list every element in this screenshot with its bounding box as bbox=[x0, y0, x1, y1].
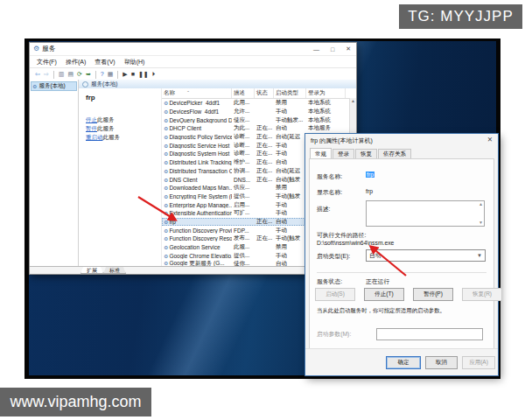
dialog-titlebar[interactable]: frp 的属性(本地计算机) ✕ bbox=[305, 134, 498, 147]
menu-item[interactable]: 帮助(H) bbox=[120, 58, 150, 66]
startup-params-input[interactable] bbox=[376, 328, 483, 340]
dialog-tab[interactable]: 恢复 bbox=[355, 149, 377, 158]
startup-type-cell: 手动(触发 bbox=[274, 234, 306, 242]
description-cell: 此服... bbox=[232, 243, 255, 251]
logon-cell: 本地服务 bbox=[306, 124, 346, 132]
pause-button[interactable]: 暂停(P) bbox=[413, 288, 453, 301]
pane-header-icon bbox=[82, 81, 88, 88]
forward-icon[interactable]: ⇨ bbox=[44, 70, 49, 79]
service-gear-icon: ⚙ bbox=[164, 135, 168, 140]
status-cell: 正在... bbox=[255, 234, 274, 242]
startup-type-cell: 自动(延迟 bbox=[274, 167, 306, 175]
startup-type-select[interactable]: 自动 ▼ bbox=[366, 249, 486, 262]
description-cell: 为此... bbox=[232, 124, 255, 132]
services-titlebar[interactable]: ⚙ 服务 — □ ✕ bbox=[30, 43, 356, 55]
column-header[interactable]: 启动类型 bbox=[274, 88, 306, 98]
service-name-value: frp bbox=[366, 172, 374, 178]
link-hot-text[interactable]: 暂停 bbox=[86, 125, 97, 131]
startup-type-cell: 手动 bbox=[274, 108, 306, 116]
startup-params-label: 启动参数(M): bbox=[317, 330, 351, 339]
service-gear-icon: ⚙ bbox=[164, 254, 168, 259]
tab-extended[interactable]: 扩展 bbox=[80, 267, 103, 274]
scroll-up-icon[interactable]: ▲ bbox=[479, 202, 483, 206]
dialog-tab[interactable]: 常规 bbox=[310, 148, 332, 158]
dialog-tab[interactable]: 登录 bbox=[332, 149, 354, 158]
chevron-down-icon: ▼ bbox=[477, 253, 482, 258]
stop-service-icon[interactable]: ■ bbox=[131, 70, 135, 79]
start-button: 启动(S) bbox=[315, 288, 355, 301]
service-name-cell: ⚙Geolocation Service bbox=[162, 244, 232, 250]
screenshot-frame: ⚙ 服务 — □ ✕ 文件(F)操作(A)查看(V)帮助(H) ⇦⇨▥▤⟳➥?▦… bbox=[24, 38, 500, 379]
description-cell: 诊断... bbox=[232, 142, 255, 150]
scroll-up-icon[interactable]: ▲ bbox=[350, 98, 356, 103]
startup-type-cell: 自动 bbox=[274, 218, 306, 226]
service-gear-icon: ⚙ bbox=[164, 186, 168, 191]
table-row[interactable]: ⚙DevicePicker_4ddf1此用...禁用本地系统 bbox=[162, 99, 356, 108]
dialog-close-icon[interactable]: ✕ bbox=[487, 136, 493, 144]
stop-button[interactable]: 停止(T) bbox=[364, 288, 404, 301]
service-gear-icon: ⚙ bbox=[164, 178, 168, 183]
service-name-cell: ⚙Downloaded Maps Man... bbox=[162, 185, 232, 191]
restart-service-icon[interactable]: ⏵ bbox=[152, 70, 156, 79]
startup-type-cell: 手动(触发 bbox=[274, 192, 306, 200]
column-header[interactable]: 描述 bbox=[232, 88, 255, 98]
service-gear-icon: ⚙ bbox=[164, 160, 168, 165]
minimize-icon[interactable]: — bbox=[313, 46, 319, 52]
maximize-icon[interactable]: □ bbox=[331, 46, 334, 52]
ok-button[interactable]: 确定 bbox=[386, 356, 421, 369]
service-name-cell: ⚙Diagnostic Policy Service bbox=[162, 134, 232, 140]
service-gear-icon: ⚙ bbox=[164, 144, 168, 149]
cancel-button[interactable]: 取消 bbox=[425, 356, 458, 369]
service-name-cell: ⚙DevQuery Background D... bbox=[162, 117, 232, 123]
startup-type-cell: 手动 bbox=[274, 252, 306, 260]
status-cell: 正在... bbox=[255, 150, 274, 158]
description-cell: 提供... bbox=[232, 252, 255, 260]
help-icon[interactable]: ? bbox=[101, 70, 104, 79]
service-gear-icon: ⚙ bbox=[164, 151, 168, 157]
pane-header-label: 服务(本地) bbox=[91, 80, 117, 88]
service-name-cell: ⚙Encrypting File System (E... bbox=[162, 193, 232, 200]
sort-indicator-icon: ˆ bbox=[187, 90, 189, 96]
scroll-down-icon[interactable]: ▼ bbox=[479, 220, 483, 225]
display-name-value: frp bbox=[366, 188, 373, 194]
service-action-link[interactable]: 重启动此服务 bbox=[86, 133, 161, 142]
link-rest-text: 此服务 bbox=[103, 134, 121, 140]
menu-item[interactable]: 操作(A) bbox=[61, 58, 90, 66]
table-row[interactable]: ⚙DevQuery Background D...使应...手动触发...本地系… bbox=[162, 116, 356, 124]
start-service-icon[interactable]: ▶ bbox=[122, 70, 127, 79]
dialog-button-row: 确定取消应用(A) bbox=[305, 348, 498, 375]
properties-icon[interactable]: ▤ bbox=[67, 70, 74, 79]
startup-type-cell: 手动 bbox=[274, 209, 306, 217]
link-hot-text[interactable]: 重启动 bbox=[86, 134, 103, 140]
menu-item[interactable]: 文件(F) bbox=[32, 58, 61, 66]
table-row[interactable]: ⚙DevicesFlow_4ddf1允许...手动本地系统 bbox=[162, 108, 356, 116]
service-name-cell: ⚙DHCP Client bbox=[162, 125, 232, 131]
service-name-cell: ⚙Distributed Link Tracking... bbox=[162, 159, 232, 165]
service-status-value: 正在运行 bbox=[366, 277, 389, 286]
description-cell: 供应... bbox=[232, 184, 255, 192]
pause-service-icon[interactable]: ❚❚ bbox=[138, 70, 149, 79]
console-tree-icon[interactable]: ▥ bbox=[59, 70, 65, 79]
extended-view-icon[interactable]: ▦ bbox=[108, 70, 114, 79]
description-cell: 可扩... bbox=[232, 209, 255, 217]
dialog-tab[interactable]: 依存关系 bbox=[378, 149, 411, 158]
column-header[interactable]: 名称ˆ bbox=[162, 88, 232, 98]
description-cell: 诊断... bbox=[232, 150, 255, 158]
description-input[interactable]: ▲ ▼ bbox=[366, 200, 485, 227]
export-list-icon[interactable]: ➥ bbox=[86, 70, 91, 79]
service-action-link[interactable]: 暂停此服务 bbox=[86, 124, 161, 133]
table-row[interactable]: ⚙DHCP Client为此...正在...自动本地服务 bbox=[162, 124, 356, 133]
link-hot-text[interactable]: 停止 bbox=[86, 116, 97, 122]
service-name-cell: ⚙Distributed Transaction C... bbox=[162, 168, 232, 174]
menu-item[interactable]: 查看(V) bbox=[90, 58, 119, 66]
tab-standard[interactable]: 标准 bbox=[103, 267, 126, 274]
close-icon[interactable]: ✕ bbox=[346, 46, 351, 52]
column-header[interactable]: 状态 bbox=[255, 88, 274, 98]
back-icon[interactable]: ⇦ bbox=[35, 70, 40, 79]
tree-item-services-local[interactable]: ⚙ 服务(本地) bbox=[31, 81, 77, 91]
column-header[interactable]: 登录为 bbox=[306, 88, 346, 98]
startup-type-cell: 自动(触发 bbox=[274, 176, 306, 184]
startup-params-note: 当从此处启动服务时，你可指定所适用的启动参数。 bbox=[317, 307, 486, 315]
refresh-icon[interactable]: ⟳ bbox=[77, 70, 82, 79]
service-action-link[interactable]: 停止此服务 bbox=[86, 116, 161, 124]
